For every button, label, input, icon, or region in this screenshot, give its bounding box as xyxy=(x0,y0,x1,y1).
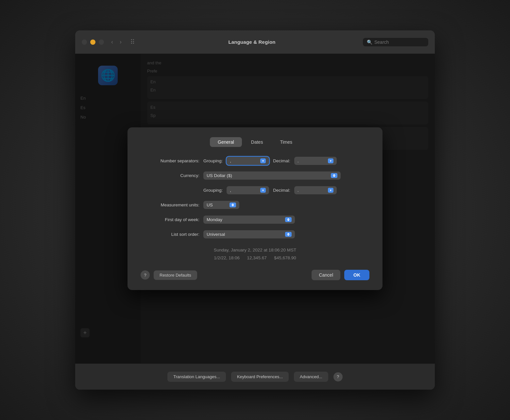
preview-section: Sunday, January 2, 2022 at 18:06:20 MST … xyxy=(141,246,369,262)
currency-grouping-dropdown[interactable]: , ▾ xyxy=(227,186,269,194)
tab-times[interactable]: Times xyxy=(272,137,300,147)
decimal-dropdown-1[interactable]: . ▾ xyxy=(294,157,337,165)
search-icon: 🔍 xyxy=(367,40,372,45)
bottom-bar: Translation Languages... Keyboard Prefer… xyxy=(75,363,435,390)
modal-footer: ? Restore Defaults Cancel OK xyxy=(141,270,369,280)
list-sort-label: List sort order: xyxy=(141,232,199,237)
traffic-lights xyxy=(82,40,104,45)
currency-decimal-dropdown[interactable]: . ▾ xyxy=(294,186,337,194)
main-content: 🌐 En Es No + and the Prefe En En Es Sp N… xyxy=(75,54,435,363)
preview-date-short: 1/2/22, 18:06 xyxy=(214,255,240,260)
first-day-label: First day of week: xyxy=(141,217,199,222)
first-day-stepper-icon xyxy=(285,217,292,222)
preview-currency: $45,678.90 xyxy=(274,255,296,260)
decimal-label-2: Decimal: xyxy=(273,188,290,193)
close-button[interactable] xyxy=(82,40,87,45)
restore-defaults-button[interactable]: Restore Defaults xyxy=(154,270,197,280)
currency-dropdown[interactable]: US Dollar ($) xyxy=(203,171,341,180)
modal-help-button[interactable]: ? xyxy=(141,270,150,280)
title-bar: ‹ › ⠿ Language & Region 🔍 xyxy=(75,30,435,54)
form-section: Number separators: Grouping: , ▾ Decimal… xyxy=(141,157,369,238)
number-separators-label: Number separators: xyxy=(141,158,199,163)
measurement-stepper-icon xyxy=(230,202,236,207)
currency-separators-row: Grouping: , ▾ Decimal: . ▾ xyxy=(141,186,369,194)
ok-button[interactable]: OK xyxy=(344,270,369,280)
modal-overlay: General Dates Times Number separators: G… xyxy=(75,54,435,363)
back-button[interactable]: ‹ xyxy=(109,38,115,46)
currency-value: US Dollar ($) xyxy=(207,173,327,178)
first-day-dropdown[interactable]: Monday xyxy=(203,216,295,224)
cancel-button[interactable]: Cancel xyxy=(312,270,340,280)
currency-stepper-icon xyxy=(331,173,337,178)
list-sort-dropdown[interactable]: Universal xyxy=(203,230,295,238)
list-sort-value: Universal xyxy=(207,232,281,237)
advanced-button[interactable]: Advanced... xyxy=(294,372,328,382)
grid-button[interactable]: ⠿ xyxy=(128,38,138,47)
maximize-button[interactable] xyxy=(99,40,104,45)
currency-row: Currency: US Dollar ($) xyxy=(141,171,369,180)
currency-label: Currency: xyxy=(141,173,199,178)
decimal-value-1: . xyxy=(298,158,326,163)
nav-buttons: ‹ › xyxy=(109,38,124,46)
measurement-label: Measurement units: xyxy=(141,202,199,207)
keyboard-preferences-button[interactable]: Keyboard Preferences... xyxy=(231,372,289,382)
main-window: ‹ › ⠿ Language & Region 🔍 🌐 En Es No + a… xyxy=(75,30,435,390)
currency-grouping-value: , xyxy=(230,188,258,193)
tab-general[interactable]: General xyxy=(210,137,242,147)
measurement-row: Measurement units: US xyxy=(141,201,369,209)
forward-button[interactable]: › xyxy=(118,38,124,46)
tab-bar: General Dates Times xyxy=(141,137,369,147)
measurement-value: US xyxy=(207,202,226,207)
first-day-row: First day of week: Monday xyxy=(141,216,369,224)
measurement-dropdown[interactable]: US xyxy=(203,201,239,209)
modal-dialog: General Dates Times Number separators: G… xyxy=(128,127,382,290)
list-sort-row: List sort order: Universal xyxy=(141,230,369,238)
list-sort-stepper-icon xyxy=(285,232,292,237)
number-separators-row: Number separators: Grouping: , ▾ Decimal… xyxy=(141,157,369,165)
search-bar: 🔍 xyxy=(363,38,428,46)
grouping-label-1: Grouping: xyxy=(203,158,223,163)
minimize-button[interactable] xyxy=(90,40,95,45)
preview-line1: Sunday, January 2, 2022 at 18:06:20 MST xyxy=(141,246,369,254)
search-input[interactable] xyxy=(374,40,424,45)
tab-dates[interactable]: Dates xyxy=(243,137,271,147)
translation-languages-button[interactable]: Translation Languages... xyxy=(167,372,226,382)
grouping-dropdown-1[interactable]: , ▾ xyxy=(227,157,269,165)
currency-decimal-chevron: ▾ xyxy=(328,188,333,193)
window-title: Language & Region xyxy=(141,39,363,45)
currency-grouping-chevron: ▾ xyxy=(260,188,266,193)
preview-line2: 1/2/22, 18:06 12,345.67 $45,678.90 xyxy=(141,254,369,262)
decimal-chevron-1: ▾ xyxy=(328,158,333,163)
first-day-value: Monday xyxy=(207,217,281,222)
grouping-value-1: , xyxy=(230,158,258,163)
grouping-label-2: Grouping: xyxy=(203,188,223,193)
bottom-help-button[interactable]: ? xyxy=(333,372,343,381)
decimal-label-1: Decimal: xyxy=(273,158,290,163)
currency-decimal-value: . xyxy=(298,188,326,193)
grouping-chevron-1: ▾ xyxy=(260,158,266,163)
preview-number: 12,345.67 xyxy=(247,255,267,260)
